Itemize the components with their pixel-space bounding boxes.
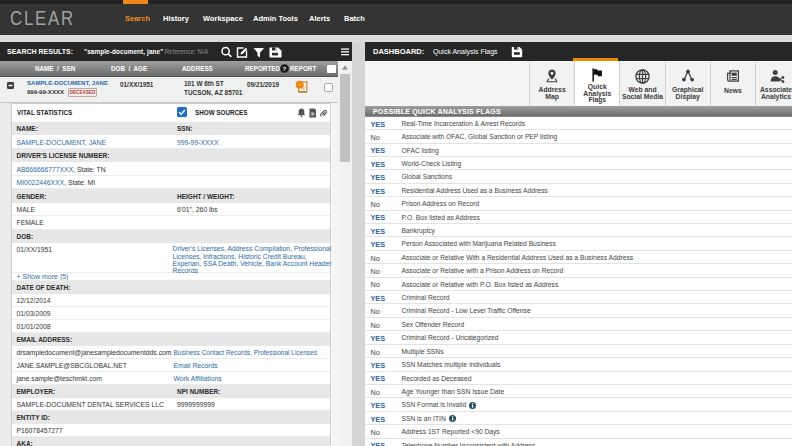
svg-text:?: ? (282, 65, 286, 72)
